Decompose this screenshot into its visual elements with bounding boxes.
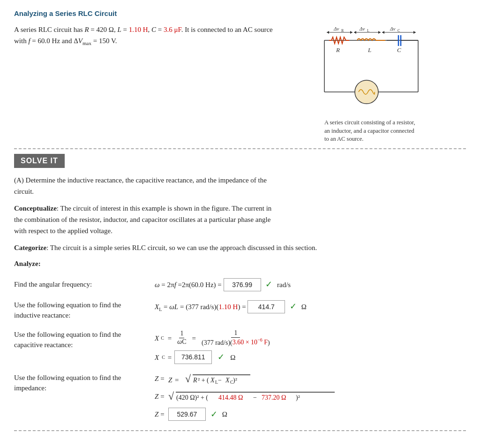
impedance-unit: Ω: [222, 409, 227, 420]
capacitive-reactance-row: Use the following equation to find theca…: [14, 329, 466, 364]
svg-text:R: R: [341, 29, 344, 33]
part-a-label: (A) Determine the inductive reactance, t…: [14, 175, 277, 197]
inductive-reactance-check: ✓: [290, 302, 297, 311]
divider-top: [14, 148, 466, 149]
divider-bottom: [14, 430, 466, 431]
solve-it-bar: SOLVE IT: [14, 154, 65, 168]
svg-text:L: L: [368, 46, 371, 53]
conceptualize-text: Conceptualize: The circuit of interest i…: [14, 203, 277, 236]
svg-marker-11: [382, 31, 384, 34]
svg-marker-12: [413, 31, 416, 34]
svg-text:C: C: [398, 29, 400, 33]
svg-text:)²: )²: [296, 394, 300, 402]
angular-freq-unit: rad/s: [277, 281, 291, 289]
analyze-label: Analyze:: [14, 260, 466, 268]
inductive-reactance-equation: XL = ωL = (377 rad/s)(1.10 H) = 414.7 ✓ …: [155, 300, 466, 313]
svg-marker-6: [354, 31, 356, 34]
angular-freq-label: Find the angular frequency:: [14, 279, 155, 290]
angular-freq-equation: ω = 2πf =2π(60.0 Hz) = 376.99 ✓ rad/s: [155, 278, 466, 291]
svg-text:(420 Ω)² + (: (420 Ω)² + (: [176, 394, 208, 402]
capacitive-reactance-label: Use the following equation to find theca…: [14, 329, 155, 350]
capacitive-reactance-answer[interactable]: 736.811: [174, 350, 212, 364]
svg-marker-7: [378, 31, 381, 34]
intro-paragraph: A series RLC circuit has R = 420 Ω, L = …: [14, 24, 277, 48]
conceptualize-label: Conceptualize: [14, 205, 57, 212]
impedance-check: ✓: [210, 408, 218, 421]
svg-text:X: X: [210, 377, 215, 384]
categorize-text: Categorize: The circuit is a simple seri…: [14, 242, 466, 253]
svg-text:L: L: [367, 29, 369, 33]
svg-text:)²: )²: [233, 377, 237, 384]
svg-text:R: R: [193, 377, 197, 384]
svg-text:√: √: [168, 390, 174, 402]
svg-text:414.48 Ω: 414.48 Ω: [218, 394, 243, 401]
capacitive-reactance-equation: XC = 1 ωC = 1 (377 rad/s)(3.60 × 10−6 F)…: [155, 329, 466, 364]
inductive-reactance-answer[interactable]: 414.7: [248, 300, 285, 313]
svg-marker-2: [350, 31, 352, 34]
svg-marker-1: [327, 31, 329, 34]
svg-text:² + (: ² + (: [198, 377, 209, 384]
impedance-label: Use the following equation to find theim…: [14, 372, 155, 394]
circuit-caption: A series circuit consisting of a resisto…: [324, 119, 418, 144]
impedance-row: Use the following equation to find theim…: [14, 372, 466, 421]
svg-text:Δv: Δv: [359, 26, 365, 31]
capacitive-reactance-check: ✓: [218, 350, 225, 364]
circuit-diagram: Δv R Δv L Δv C R: [317, 24, 425, 110]
svg-text:R: R: [336, 46, 340, 53]
inductive-reactance-unit: Ω: [301, 303, 307, 311]
svg-text:Z: Z: [168, 376, 172, 384]
svg-text:C: C: [397, 46, 401, 53]
svg-text:=: =: [175, 376, 179, 384]
impedance-equation: Z = Z = √ R ² + ( X L −: [155, 372, 466, 421]
analyze-section: Analyze: Find the angular frequency: ω =…: [14, 260, 466, 421]
angular-freq-check: ✓: [265, 280, 272, 289]
angular-frequency-row: Find the angular frequency: ω = 2πf =2π(…: [14, 278, 466, 291]
capacitive-reactance-unit: Ω: [230, 352, 235, 363]
svg-text:Δv: Δv: [333, 26, 339, 31]
angular-freq-answer[interactable]: 376.99: [224, 278, 261, 291]
svg-text:737.20 Ω: 737.20 Ω: [262, 394, 286, 401]
page-title: Analyzing a Series RLC Circuit: [14, 9, 466, 17]
inductive-reactance-label: Use the following equation to find thein…: [14, 300, 155, 321]
svg-text:−: −: [218, 377, 222, 384]
svg-text:X: X: [225, 377, 230, 384]
inductive-reactance-row: Use the following equation to find thein…: [14, 300, 466, 321]
svg-text:√: √: [185, 373, 191, 385]
svg-text:−: −: [253, 394, 257, 401]
svg-text:Δv: Δv: [390, 26, 395, 31]
impedance-answer[interactable]: 529.67: [168, 408, 206, 421]
categorize-label: Categorize: [14, 244, 46, 251]
